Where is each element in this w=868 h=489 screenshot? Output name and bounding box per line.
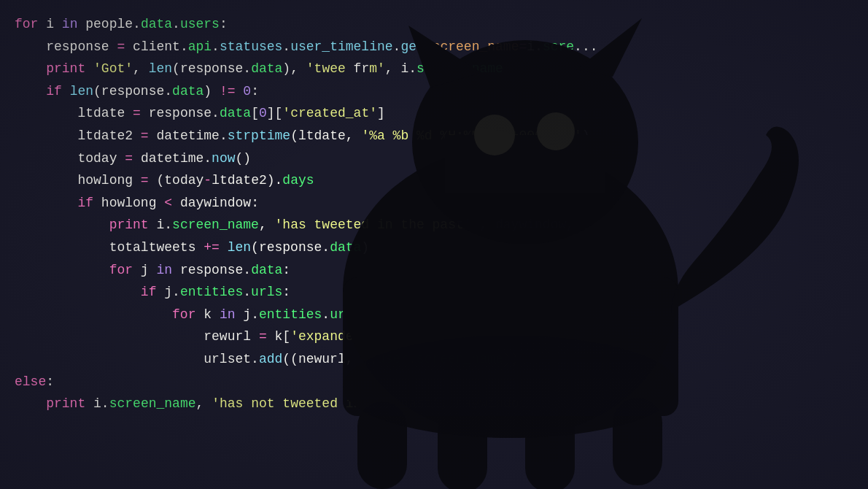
code-line-3: print 'Got', len(response.data), 'twee f… (15, 58, 853, 80)
code-line-10: print i.screen_name, 'has tweeted in the… (15, 214, 853, 236)
code-line-6: ltdate2 = datetime.strptime(ltdate, '%a … (15, 125, 853, 147)
code-line-8: howlong = (today-ltdate2).days (15, 169, 853, 192)
code-line-7: today = datetime.now() (15, 147, 853, 170)
code-line-16: urlset.add((newurl, j.user.screen_name)) (15, 348, 853, 371)
code-line-9: if howlong < daywindow: (15, 192, 853, 215)
code-line-11: totaltweets += len(response.data) (15, 236, 853, 259)
code-line-18: print i.screen_name, 'has not tweeted in… (15, 393, 853, 415)
code-line-1: for i in people.data.users: (15, 13, 853, 36)
code-line-15: rewurl = k['expanded_url'] (15, 326, 853, 348)
code-line-13: if j.entities.urls: (15, 281, 853, 304)
code-line-17: else: (15, 371, 853, 393)
code-line-2: response = client.api.statuses.user_time… (15, 36, 853, 58)
code-background: for i in people.data.users: response = c… (0, 0, 868, 489)
code-line-5: ltdate = response.data[0]['created_at'] (15, 102, 853, 125)
code-line-12: for j in response.data: (15, 259, 853, 282)
code-line-4: if len(response.data) != 0: (15, 80, 853, 103)
code-line-14: for k in j.entities.urls: (15, 304, 853, 326)
